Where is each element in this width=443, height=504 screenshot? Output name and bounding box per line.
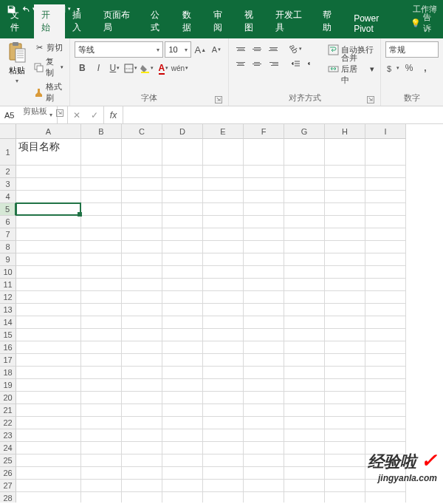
cell-G5[interactable] (284, 203, 325, 216)
cell-H17[interactable] (325, 354, 365, 367)
cell-B20[interactable] (81, 392, 122, 404)
cell-B10[interactable] (81, 266, 122, 279)
cell-A9[interactable] (16, 253, 81, 266)
cell-B27[interactable] (81, 480, 122, 492)
cell-D15[interactable] (162, 329, 203, 341)
cell-G20[interactable] (284, 392, 325, 404)
row-header-1[interactable]: 1 (0, 139, 16, 166)
cell-A25[interactable] (16, 454, 81, 467)
row-header-6[interactable]: 6 (0, 216, 16, 228)
cell-F10[interactable] (244, 266, 284, 279)
cell-C25[interactable] (122, 454, 162, 467)
cell-C4[interactable] (122, 191, 162, 203)
cell-E14[interactable] (203, 316, 244, 329)
cell-H19[interactable] (325, 379, 365, 392)
cell-F25[interactable] (244, 454, 284, 467)
cell-E7[interactable] (203, 228, 244, 241)
cell-H6[interactable] (325, 216, 365, 228)
cell-A3[interactable] (16, 178, 81, 191)
select-all-button[interactable] (0, 124, 16, 139)
cell-G1[interactable] (284, 139, 325, 166)
row-header-15[interactable]: 15 (0, 329, 16, 341)
row-header-10[interactable]: 10 (0, 266, 16, 279)
cell-I14[interactable] (365, 316, 406, 329)
cell-C26[interactable] (122, 467, 162, 480)
percent-button[interactable]: % (402, 61, 416, 75)
cell-B24[interactable] (81, 442, 122, 454)
cell-C8[interactable] (122, 241, 162, 253)
cell-E16[interactable] (203, 341, 244, 354)
cell-C1[interactable] (122, 139, 162, 166)
cell-E23[interactable] (203, 429, 244, 442)
row-header-14[interactable]: 14 (0, 316, 16, 329)
row-header-3[interactable]: 3 (0, 178, 16, 191)
comma-button[interactable]: , (418, 61, 433, 75)
cell-A17[interactable] (16, 354, 81, 367)
cell-B14[interactable] (81, 316, 122, 329)
cell-G4[interactable] (284, 191, 325, 203)
cell-F3[interactable] (244, 178, 284, 191)
row-header-22[interactable]: 22 (0, 417, 16, 429)
cell-A7[interactable] (16, 228, 81, 241)
cell-H23[interactable] (325, 429, 365, 442)
cell-E19[interactable] (203, 379, 244, 392)
cell-E3[interactable] (203, 178, 244, 191)
cell-A10[interactable] (16, 266, 81, 279)
cell-H13[interactable] (325, 304, 365, 316)
cell-B7[interactable] (81, 228, 122, 241)
row-header-20[interactable]: 20 (0, 392, 16, 404)
cell-E12[interactable] (203, 291, 244, 304)
cell-F19[interactable] (244, 379, 284, 392)
cell-B5[interactable] (81, 203, 122, 216)
clipboard-launcher[interactable]: ⇲ (56, 109, 63, 117)
cell-C20[interactable] (122, 392, 162, 404)
cell-B1[interactable] (81, 139, 122, 166)
cell-I10[interactable] (365, 266, 406, 279)
cell-C15[interactable] (122, 329, 162, 341)
col-header-F[interactable]: F (244, 124, 284, 139)
font-size-combo[interactable]: 10▾ (165, 41, 191, 58)
tab-review[interactable]: 审阅 (206, 4, 237, 38)
cell-D10[interactable] (162, 266, 203, 279)
cell-A26[interactable] (16, 467, 81, 480)
cell-B23[interactable] (81, 429, 122, 442)
cell-C9[interactable] (122, 253, 162, 266)
cell-C27[interactable] (122, 480, 162, 492)
cell-A27[interactable] (16, 480, 81, 492)
cell-G25[interactable] (284, 454, 325, 467)
cell-F17[interactable] (244, 354, 284, 367)
row-header-23[interactable]: 23 (0, 429, 16, 442)
row-header-13[interactable]: 13 (0, 304, 16, 316)
cut-button[interactable]: ✂剪切 (32, 41, 65, 54)
tell-me[interactable]: 💡告诉 (405, 7, 443, 38)
cell-D16[interactable] (162, 341, 203, 354)
cell-G18[interactable] (284, 367, 325, 379)
cell-E25[interactable] (203, 454, 244, 467)
copy-button[interactable]: 复制▾ (32, 55, 65, 79)
cell-H16[interactable] (325, 341, 365, 354)
cell-I21[interactable] (365, 404, 406, 417)
cell-I8[interactable] (365, 241, 406, 253)
cell-E15[interactable] (203, 329, 244, 341)
cell-H2[interactable] (325, 166, 365, 178)
align-top-button[interactable] (233, 41, 248, 56)
cell-B22[interactable] (81, 417, 122, 429)
cell-F28[interactable] (244, 492, 284, 503)
cell-G13[interactable] (284, 304, 325, 316)
cell-A18[interactable] (16, 367, 81, 379)
cell-F27[interactable] (244, 480, 284, 492)
cell-C14[interactable] (122, 316, 162, 329)
cell-B2[interactable] (81, 166, 122, 178)
cell-I23[interactable] (365, 429, 406, 442)
grow-font-button[interactable]: A▲ (193, 42, 207, 57)
cell-A13[interactable] (16, 304, 81, 316)
cell-D11[interactable] (162, 279, 203, 291)
cell-A12[interactable] (16, 291, 81, 304)
cell-G21[interactable] (284, 404, 325, 417)
cell-C10[interactable] (122, 266, 162, 279)
cell-H25[interactable] (325, 454, 365, 467)
cell-G2[interactable] (284, 166, 325, 178)
cell-I25[interactable] (365, 454, 406, 467)
cell-I16[interactable] (365, 341, 406, 354)
cell-B19[interactable] (81, 379, 122, 392)
